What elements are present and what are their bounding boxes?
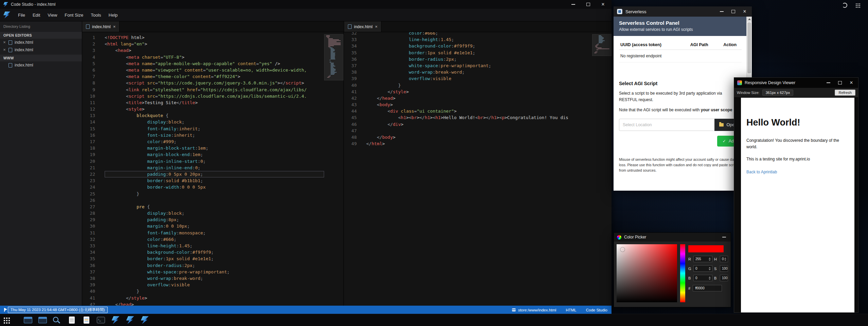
minimap-lines (594, 35, 610, 53)
minimize-icon[interactable] (719, 9, 724, 14)
hue-slider[interactable] (680, 244, 685, 302)
scroll-up-icon[interactable] (747, 17, 752, 22)
code-line: </body> (366, 134, 592, 140)
taskbar-notes-app[interactable] (81, 315, 91, 325)
minimize-icon[interactable] (826, 80, 831, 85)
app-logo-icon (3, 12, 10, 18)
refresh-button[interactable] (841, 2, 848, 8)
sidebar-sections: OPEN EDITORSindex.htmlindex.htmlWWWindex… (0, 32, 82, 69)
code-line: </head> (105, 301, 324, 306)
title-bar[interactable]: Code Studio - index.html (0, 0, 612, 9)
taskbar-document-app[interactable] (67, 315, 77, 325)
status-bar: Thu May 11 2023 21:54:48 GMT+0800 (台北標準時… (0, 306, 612, 314)
saturation-brightness-area[interactable] (617, 244, 677, 302)
taskbar-code-studio-2[interactable] (125, 315, 135, 325)
code-editor[interactable]: color:#666; line-height:1.45; background… (361, 32, 592, 306)
file-name: index.html (15, 63, 33, 68)
stepper-icon[interactable] (728, 267, 728, 270)
editor-pane-1[interactable]: 323334353637383940414243444546474849 col… (344, 32, 612, 306)
status-language[interactable]: HTML (566, 308, 576, 312)
cp-field-input-s[interactable]: 100 (720, 265, 728, 272)
file-icon (348, 24, 352, 29)
menu-help[interactable]: Help (105, 11, 122, 19)
back-to-aprintlab-link[interactable]: Back to Aprintlab (746, 170, 777, 174)
viewer-title-bar[interactable]: Responsive Design Viewer (734, 78, 858, 88)
line-number-gutter: 1234567891011121314151617181920212223242… (82, 34, 100, 306)
viewer-content: Hello World! Congratulation! You discove… (734, 98, 858, 312)
code-line: color:#666; (105, 236, 324, 243)
taskbar-code-studio-3[interactable] (140, 315, 150, 325)
taskbar-terminal-app[interactable] (96, 315, 106, 325)
color-picker-title-bar[interactable]: Color Picker (614, 233, 731, 242)
stepper-icon[interactable] (709, 257, 711, 261)
menu-tools[interactable]: Tools (87, 11, 105, 19)
agi-script-location-input[interactable] (619, 119, 714, 131)
description-text: Note that the AGI script will be execute… (619, 108, 701, 112)
code-line: <link rel="stylesheet" href="https://cdn… (105, 87, 324, 93)
status-app-name[interactable]: Code Studio (586, 308, 607, 312)
stepper-icon[interactable] (709, 267, 711, 270)
cp-field-input-h[interactable]: 0 (720, 256, 728, 262)
sidebar-section-www[interactable]: WWW (0, 55, 82, 61)
taskbar-files-window-2[interactable] (37, 315, 48, 325)
minimap[interactable] (324, 34, 343, 306)
status-datetime[interactable]: Thu May 11 2023 21:54:48 GMT+0800 (台北標準時… (8, 307, 108, 313)
hex-value-input[interactable]: ff0000 (693, 285, 722, 291)
color-cursor-icon[interactable] (621, 248, 624, 251)
column-action: Action (722, 40, 742, 50)
refresh-button[interactable]: Refresh (835, 90, 855, 96)
serverless-title-bar[interactable]: Serverless (614, 6, 752, 17)
stepper-icon[interactable] (709, 276, 711, 280)
taskbar-start-menu[interactable] (3, 315, 14, 325)
page-heading: Hello World! (746, 117, 849, 128)
minimize-icon[interactable] (722, 235, 726, 239)
window-size-value[interactable]: 361px x 627px (762, 90, 794, 96)
line-number-gutter: 323334353637383940414243444546474849 (344, 32, 361, 306)
maximize-icon[interactable] (731, 9, 736, 14)
editor-pane-0[interactable]: 1234567891011121314151617181920212223242… (82, 32, 344, 306)
file-icon (8, 40, 12, 45)
tab-close-icon[interactable] (375, 24, 378, 29)
close-icon[interactable] (601, 2, 605, 7)
stepper-icon[interactable] (724, 257, 727, 261)
cp-field-input-b[interactable]: 100 (720, 275, 728, 281)
sidebar-file-item[interactable]: index.html (0, 39, 82, 46)
stepper-icon[interactable] (728, 276, 728, 280)
sidebar-file-item[interactable]: index.html (0, 61, 82, 69)
minimize-icon[interactable] (571, 2, 575, 7)
menu-edit[interactable]: Edit (29, 11, 44, 19)
close-icon[interactable] (849, 80, 854, 85)
taskbar-code-studio-1[interactable] (110, 315, 121, 325)
sidebar-file-item[interactable]: index.html (0, 46, 82, 54)
apps-grid-button[interactable] (855, 2, 863, 8)
menu-font-size[interactable]: Font Size (61, 11, 87, 19)
close-icon[interactable] (742, 9, 747, 14)
close-file-icon[interactable] (3, 40, 6, 45)
serverless-body: Serverless Control Panel Allow external … (614, 17, 752, 191)
cp-field-input-r[interactable]: 255 (693, 256, 712, 262)
color-picker-title: Color Picker (624, 235, 646, 239)
current-color-swatch (688, 245, 706, 252)
menu-file[interactable]: File (14, 11, 29, 19)
scrollbar-thumb[interactable] (747, 22, 751, 73)
editor-area: index.html index.html 123456789101112131… (82, 21, 612, 306)
code-editor[interactable]: <!DOCTYPE html><html lang="en"> <head> <… (100, 34, 324, 306)
maximize-icon[interactable] (837, 80, 842, 85)
status-file-path[interactable]: store:/www/index.html (518, 308, 556, 312)
menu-view[interactable]: View (44, 11, 61, 19)
cp-field-input-g[interactable]: 0 (693, 265, 712, 272)
window-icon (24, 317, 32, 323)
taskbar-files-window-1[interactable] (23, 315, 33, 325)
cp-field-input-b[interactable]: 0 (693, 275, 712, 281)
minimap[interactable] (592, 34, 612, 306)
close-file-icon[interactable] (3, 47, 6, 52)
taskbar-search-app[interactable] (52, 315, 62, 325)
code-line: <!DOCTYPE html> (105, 34, 324, 41)
magnifier-icon (53, 317, 58, 322)
tab-index-html[interactable]: index.html (82, 21, 120, 32)
sidebar-section-open-editors[interactable]: OPEN EDITORS (0, 32, 82, 39)
tab-index-html-2[interactable]: index.html (344, 21, 382, 32)
maximize-icon[interactable] (586, 2, 590, 7)
color-picker-body: R255H0G0S100B0B100 # ff0000 (614, 242, 731, 307)
tab-close-icon[interactable] (113, 24, 116, 29)
